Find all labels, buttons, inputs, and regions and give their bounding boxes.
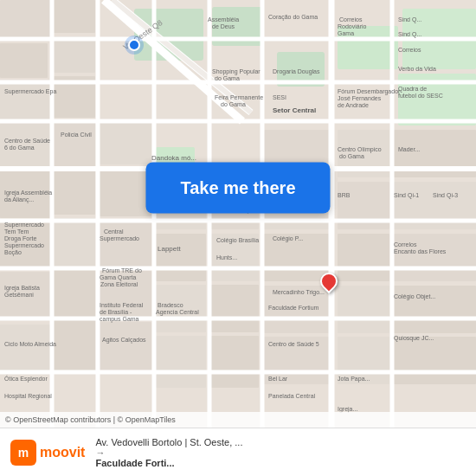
destination-pin bbox=[320, 273, 338, 290]
svg-text:Dandoka mó...: Dandoka mó... bbox=[151, 154, 196, 162]
svg-text:Policia Civil: Policia Civil bbox=[61, 132, 92, 138]
svg-rect-8 bbox=[0, 0, 52, 39]
svg-text:Centro de Saúde: Centro de Saúde bbox=[4, 138, 50, 144]
svg-text:Instituto Federal: Instituto Federal bbox=[100, 302, 144, 308]
moovit-icon: m bbox=[10, 440, 36, 466]
svg-text:Bradesco: Bradesco bbox=[158, 302, 183, 308]
attribution-text: © OpenStreetMap contributors | © OpenMap… bbox=[5, 415, 176, 424]
svg-rect-24 bbox=[338, 286, 389, 333]
svg-rect-43 bbox=[211, 285, 259, 332]
map-attribution: © OpenStreetMap contributors | © OpenMap… bbox=[0, 412, 476, 428]
svg-rect-40 bbox=[54, 269, 95, 317]
route-from-label: Av. Vedovelli Bortolo | St. Oeste, ... bbox=[95, 437, 372, 447]
svg-rect-50 bbox=[156, 336, 206, 388]
svg-text:Ciclo Moto Almeida: Ciclo Moto Almeida bbox=[4, 341, 56, 347]
svg-text:do Gama: do Gama bbox=[215, 75, 240, 81]
svg-text:Getsêmani: Getsêmani bbox=[4, 292, 34, 298]
svg-text:BRB: BRB bbox=[338, 192, 351, 198]
svg-rect-51 bbox=[211, 336, 259, 388]
svg-text:Supermercado: Supermercado bbox=[100, 235, 139, 242]
current-location-marker bbox=[128, 39, 140, 51]
svg-text:Boção: Boção bbox=[4, 249, 22, 256]
svg-text:Panelada Central: Panelada Central bbox=[268, 393, 316, 399]
svg-text:Bel Lar: Bel Lar bbox=[268, 376, 288, 382]
svg-text:Agitos Calçados: Agitos Calçados bbox=[102, 337, 146, 344]
svg-text:campus Gama: campus Gama bbox=[100, 316, 139, 323]
svg-text:Zona Eleitoral: Zona Eleitoral bbox=[100, 281, 138, 287]
moovit-brand-text: moovit bbox=[40, 445, 85, 460]
svg-text:Fórum TRE do: Fórum TRE do bbox=[102, 267, 142, 273]
svg-rect-12 bbox=[54, 36, 95, 73]
svg-text:Igreja Batista: Igreja Batista bbox=[4, 285, 40, 292]
route-arrow: → bbox=[95, 447, 466, 458]
bottom-bar: m moovit Av. Vedovelli Bortolo | St. Oes… bbox=[0, 428, 476, 476]
svg-text:Centro de Saúde 5: Centro de Saúde 5 bbox=[268, 341, 319, 347]
svg-text:Drogaria Douglas: Drogaria Douglas bbox=[273, 68, 320, 75]
svg-rect-11 bbox=[54, 0, 95, 33]
svg-text:Assembléia: Assembléia bbox=[208, 16, 239, 23]
svg-text:Correios: Correios bbox=[398, 47, 421, 53]
svg-text:Mercadinho Trigo...: Mercadinho Trigo... bbox=[273, 289, 325, 296]
svg-text:SESI: SESI bbox=[273, 94, 286, 100]
svg-text:Correios: Correios bbox=[339, 16, 363, 23]
svg-text:Sind Qi-3: Sind Qi-3 bbox=[433, 192, 458, 199]
moovit-logo: m moovit bbox=[10, 440, 85, 466]
svg-rect-48 bbox=[54, 320, 95, 372]
svg-text:José Fernandes: José Fernandes bbox=[338, 95, 382, 101]
svg-text:Shopping Popular: Shopping Popular bbox=[212, 68, 261, 75]
svg-text:Lappett: Lappett bbox=[158, 245, 181, 253]
svg-text:Tem Tem: Tem Tem bbox=[4, 228, 29, 235]
svg-text:futebol do SESC: futebol do SESC bbox=[398, 93, 443, 99]
svg-text:Fórum Desembargador: Fórum Desembargador bbox=[338, 88, 401, 95]
svg-rect-9 bbox=[0, 43, 48, 78]
svg-text:de Andrade: de Andrade bbox=[338, 102, 369, 108]
svg-text:Centro Olímpico: Centro Olímpico bbox=[338, 146, 382, 153]
svg-text:Ótica Esplendor: Ótica Esplendor bbox=[4, 375, 48, 383]
route-info: Av. Vedovelli Bortolo | St. Oeste, ... →… bbox=[95, 437, 466, 468]
svg-rect-30 bbox=[100, 121, 151, 164]
map-svg: Vy. Oeste Q8 Dandoka mó... Policia Civil… bbox=[0, 0, 476, 428]
svg-text:do Gama: do Gama bbox=[221, 101, 246, 107]
svg-text:Hospital Regional: Hospital Regional bbox=[4, 393, 52, 400]
svg-text:Rodoviário: Rodoviário bbox=[338, 23, 367, 29]
svg-text:da Alianç...: da Alianç... bbox=[4, 196, 34, 203]
svg-rect-34 bbox=[156, 234, 206, 281]
svg-text:Mader...: Mader... bbox=[398, 146, 420, 152]
svg-text:Faculdade Fortium: Faculdade Fortium bbox=[268, 305, 319, 311]
svg-text:Quiosque JC...: Quiosque JC... bbox=[394, 335, 434, 342]
svg-text:Encanto das Flores: Encanto das Flores bbox=[394, 248, 447, 254]
svg-text:Colégio P...: Colégio P... bbox=[273, 235, 303, 242]
svg-rect-22 bbox=[338, 234, 389, 281]
svg-rect-31 bbox=[100, 169, 151, 216]
svg-text:Colégio Objet...: Colégio Objet... bbox=[394, 293, 435, 300]
svg-text:Sind Qi-1: Sind Qi-1 bbox=[394, 192, 419, 199]
svg-text:6 do Gama: 6 do Gama bbox=[4, 145, 35, 151]
svg-rect-39 bbox=[54, 218, 95, 266]
svg-text:Colégio Brasília: Colégio Brasília bbox=[216, 237, 259, 244]
svg-text:Hunts...: Hunts... bbox=[216, 254, 237, 261]
svg-text:Sind Q...: Sind Q... bbox=[398, 31, 421, 38]
svg-text:de Brasília -: de Brasília - bbox=[100, 309, 132, 315]
svg-text:Supermercado Epa: Supermercado Epa bbox=[4, 88, 56, 95]
svg-text:Supermercado: Supermercado bbox=[4, 222, 44, 228]
svg-text:Droga Forte: Droga Forte bbox=[4, 235, 36, 242]
svg-text:Gama: Gama bbox=[338, 30, 354, 36]
svg-text:Quadra de: Quadra de bbox=[398, 86, 427, 93]
svg-text:Agencia Central: Agencia Central bbox=[156, 309, 199, 316]
svg-text:Feira Permanente: Feira Permanente bbox=[215, 94, 263, 100]
svg-rect-47 bbox=[0, 325, 50, 372]
svg-text:Setor Central: Setor Central bbox=[273, 106, 316, 114]
svg-text:Jota Papa...: Jota Papa... bbox=[338, 376, 370, 383]
svg-text:Sind Q...: Sind Q... bbox=[398, 16, 421, 23]
map-container: Vy. Oeste Q8 Dandoka mó... Policia Civil… bbox=[0, 0, 476, 428]
svg-rect-46 bbox=[394, 337, 476, 384]
svg-text:Gama Quarta: Gama Quarta bbox=[100, 274, 137, 281]
take-me-there-button[interactable]: Take me there bbox=[145, 163, 330, 214]
svg-text:Correlos: Correlos bbox=[394, 241, 417, 248]
route-to-label: Faculdade Forti... bbox=[95, 458, 372, 468]
svg-rect-16 bbox=[54, 121, 95, 166]
svg-rect-32 bbox=[100, 220, 151, 267]
svg-text:Verbo da Vida: Verbo da Vida bbox=[398, 66, 436, 72]
svg-text:Igreja Assembléia: Igreja Assembléia bbox=[4, 190, 52, 196]
svg-text:Central: Central bbox=[104, 228, 124, 235]
